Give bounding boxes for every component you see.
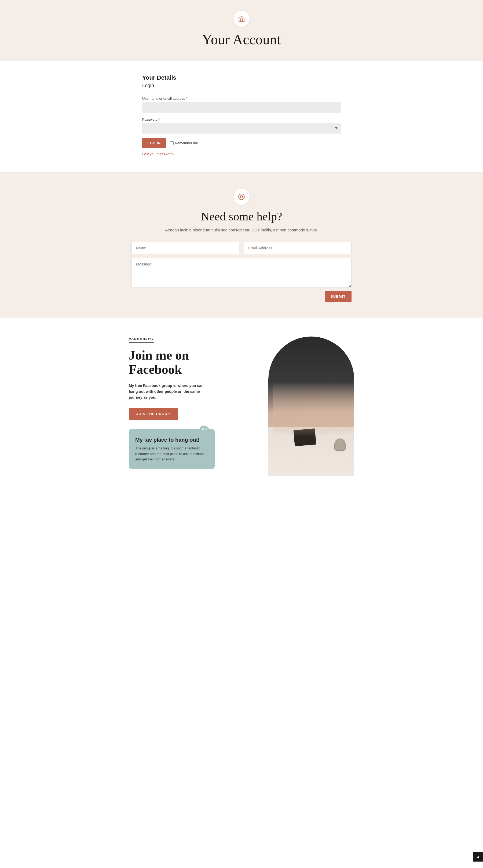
- cup-decoration: [334, 438, 346, 451]
- login-actions: LOG IN Remember me: [142, 138, 341, 148]
- submit-row: SUBMIT: [132, 291, 351, 302]
- testimonial-box: ”” My fav place to hang out! The group i…: [129, 429, 215, 469]
- remember-me-label[interactable]: Remember me: [170, 141, 198, 145]
- login-section-title: Your Details: [142, 74, 341, 81]
- community-description: My free Facebook group is where you can …: [129, 383, 204, 401]
- community-section: COMMMUNITY Join me on Facebook My free F…: [107, 318, 376, 495]
- community-left: COMMMUNITY Join me on Facebook My free F…: [129, 337, 258, 469]
- password-toggle-icon[interactable]: ▼: [334, 126, 338, 130]
- login-button[interactable]: LOG IN: [142, 138, 166, 148]
- home-icon: [238, 15, 245, 22]
- help-email-input[interactable]: [244, 242, 351, 254]
- login-subsection: Login: [142, 83, 341, 89]
- password-label: Password *: [142, 118, 341, 121]
- join-group-button[interactable]: JOIN THE GROUP: [129, 408, 178, 420]
- svg-line-4: [239, 198, 240, 199]
- username-input[interactable]: [142, 102, 341, 113]
- login-section: Your Details Login Username or email add…: [0, 61, 483, 173]
- help-name-input[interactable]: [132, 242, 239, 254]
- help-form-name-email-row: [132, 242, 351, 254]
- password-wrapper: ▼: [142, 123, 341, 133]
- help-section: Need some help? Aenean lacinia bibendum …: [0, 173, 483, 318]
- svg-point-1: [240, 196, 243, 198]
- testimonial-title: My fav place to hang out!: [135, 437, 208, 443]
- svg-line-2: [239, 195, 240, 195]
- help-form: SUBMIT: [132, 242, 351, 302]
- help-title: Need some help?: [11, 210, 472, 223]
- lifebuoy-icon: [238, 193, 245, 200]
- page-title: Your Account: [5, 32, 478, 48]
- help-message-textarea[interactable]: [132, 258, 351, 287]
- community-image: [268, 337, 354, 476]
- username-required-marker: *: [186, 96, 187, 100]
- help-subtitle: Aenean lacinia bibendum nulla sed consec…: [161, 228, 322, 232]
- remember-me-checkbox[interactable]: [170, 141, 174, 145]
- community-label: COMMMUNITY: [129, 338, 154, 343]
- quote-mark: ””: [199, 426, 209, 436]
- password-required-marker: *: [159, 118, 160, 121]
- username-label: Username or email address *: [142, 96, 341, 100]
- password-group: Password * ▼: [142, 118, 341, 133]
- community-right: [268, 337, 354, 476]
- lost-password-link[interactable]: Lost your password?: [142, 152, 174, 156]
- header-section: Your Account: [0, 0, 483, 61]
- svg-line-5: [243, 195, 244, 195]
- lifebuoy-icon-circle: [233, 189, 250, 205]
- hands-overlay: [273, 381, 354, 437]
- community-heading: Join me on Facebook: [129, 348, 258, 377]
- testimonial-text: The group is amazing. It’s such a fantas…: [135, 446, 208, 462]
- submit-button[interactable]: SUBMIT: [325, 291, 351, 302]
- svg-line-3: [243, 198, 244, 199]
- home-icon-circle: [233, 11, 250, 27]
- password-input[interactable]: [142, 123, 341, 133]
- community-section-wrapper: COMMMUNITY Join me on Facebook My free F…: [0, 318, 483, 495]
- username-group: Username or email address *: [142, 96, 341, 113]
